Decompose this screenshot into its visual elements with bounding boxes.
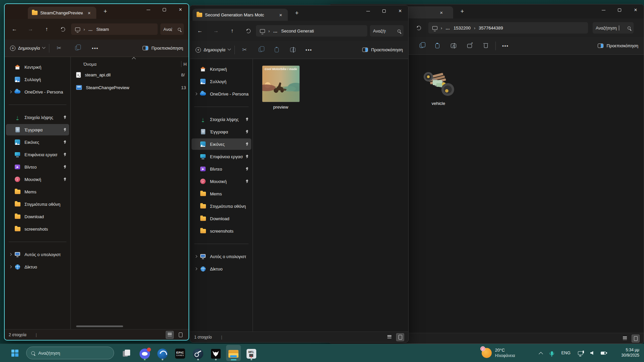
column-date[interactable]: Η <box>181 61 189 67</box>
breadcrumb-segment[interactable]: 1532200 <box>453 25 471 31</box>
copy-button[interactable] <box>255 44 266 56</box>
network-icon[interactable] <box>578 351 583 355</box>
sidebar-item-στιγμιότυπα-οθόνη[interactable]: Στιγμιότυπα οθόνη <box>192 200 251 212</box>
details-view-toggle[interactable] <box>166 331 174 339</box>
sidebar-item-δίκτυο[interactable]: Δίκτυο <box>192 263 251 275</box>
sidebar-item-download[interactable]: Download <box>192 213 251 224</box>
paste-button[interactable] <box>432 40 443 52</box>
taskbar-app-stacked-windows[interactable] <box>119 345 134 361</box>
details-view-toggle[interactable] <box>385 333 393 341</box>
cut-button[interactable]: ✂ <box>53 43 65 54</box>
sidebar-item-συλλογή[interactable]: Συλλογή <box>192 76 251 87</box>
maximize-button[interactable] <box>376 5 392 17</box>
sidebar-item-στοιχεία-λήψης[interactable]: ↓Στοιχεία λήψης <box>6 112 69 123</box>
sidebar-item-εικόνες[interactable]: Εικόνες <box>6 136 69 148</box>
address-bar[interactable]: › … Second Generati <box>256 25 367 37</box>
expand-chevron-icon[interactable] <box>9 266 14 268</box>
sidebar-item-βίντεο[interactable]: ▶Βίντεο <box>192 163 251 175</box>
more-options-button[interactable]: ••• <box>303 44 315 56</box>
sidebar-item-έγγραφα[interactable]: Έγγραφα <box>192 126 251 137</box>
file-item-preview[interactable]: Cool Motorbike I made preview <box>260 66 302 110</box>
thumbnail-view-toggle[interactable] <box>632 335 640 343</box>
details-view-toggle[interactable] <box>621 335 629 343</box>
breadcrumb-segment[interactable]: 3577644389 <box>479 25 503 31</box>
sidebar-item-αυτός-ο-υπολογιστ[interactable]: Αυτός ο υπολογιστ <box>6 249 69 260</box>
sidebar-item-μουσική[interactable]: ♪Μουσική <box>6 174 69 185</box>
expand-chevron-icon[interactable] <box>195 268 200 270</box>
battery-icon[interactable] <box>601 352 606 355</box>
share-button[interactable] <box>464 40 475 52</box>
preview-toggle[interactable]: Προεπισκόπηση <box>143 46 183 51</box>
search-input[interactable]: Αναζήτηση <box>160 23 184 35</box>
sidebar-item-στοιχεία-λήψης[interactable]: ↓Στοιχεία λήψης <box>192 114 251 125</box>
minimize-button[interactable] <box>595 4 611 16</box>
expand-chevron-icon[interactable] <box>195 255 200 257</box>
hidden-icons-chevron[interactable] <box>539 352 543 356</box>
breadcrumb-ellipsis[interactable]: … <box>273 28 278 34</box>
thumbnail-view-toggle[interactable] <box>396 333 404 341</box>
sidebar-item-onedrive-persona[interactable]: OneDrive - Persona <box>192 88 251 100</box>
refresh-button[interactable] <box>414 23 424 33</box>
sidebar-item-screenshots[interactable]: screenshots <box>192 225 251 237</box>
preview-toggle[interactable]: Προεπισκόπηση <box>598 43 638 48</box>
rename-button[interactable]: A <box>448 40 459 52</box>
sidebar-item-εικόνες[interactable]: Εικόνες <box>192 138 251 150</box>
taskbar-search-input[interactable]: Αναζήτηση <box>26 347 114 359</box>
delete-button[interactable] <box>480 40 491 52</box>
minimize-button[interactable] <box>360 5 376 17</box>
preview-toggle[interactable]: Προεπισκόπηση <box>362 47 403 52</box>
minimize-button[interactable] <box>140 4 156 15</box>
tab-close-icon[interactable]: × <box>438 9 445 16</box>
tab-close-icon[interactable]: × <box>86 9 93 16</box>
language-indicator[interactable]: ENG <box>561 351 571 355</box>
refresh-button[interactable] <box>243 26 253 36</box>
back-button[interactable]: ← <box>195 26 205 36</box>
copy-button[interactable] <box>71 43 83 54</box>
forward-button[interactable]: → <box>211 26 221 36</box>
new-item-button[interactable]: + Δημιουργία <box>196 47 230 53</box>
tab-close-icon[interactable]: × <box>277 11 284 18</box>
up-button[interactable]: ↑ <box>227 26 237 36</box>
column-headers[interactable]: Όνομα Η <box>71 60 189 68</box>
sidebar-item-συλλογή[interactable]: Συλλογή <box>6 74 69 85</box>
address-bar[interactable]: › … 1532200 › 3577644389 <box>428 22 588 34</box>
weather-widget[interactable]: 2 20°C Ηλιοφάνεια <box>482 348 515 358</box>
sidebar-item-κεντρική[interactable]: Κεντρική <box>6 61 69 73</box>
breadcrumb-ellipsis[interactable]: … <box>88 27 93 32</box>
taskbar-app-discord[interactable] <box>137 345 152 361</box>
sidebar-item-onedrive-persona[interactable]: OneDrive - Persona <box>6 86 69 98</box>
sidebar-item-mems[interactable]: Mems <box>6 186 69 197</box>
back-button[interactable]: ← <box>9 24 19 34</box>
sidebar-item-κεντρική[interactable]: Κεντρική <box>192 63 251 75</box>
new-tab-button[interactable]: + <box>457 7 467 16</box>
close-button[interactable]: × <box>172 4 189 15</box>
breadcrumb-segment[interactable]: Second Generati <box>281 28 314 34</box>
taskbar-app-steam[interactable] <box>191 345 205 361</box>
taskbar-app-file-explorer[interactable] <box>226 345 241 361</box>
microphone-icon[interactable] <box>551 351 553 355</box>
thumbnail-view-toggle[interactable] <box>176 331 184 339</box>
file-item-vehicle[interactable]: vehicle <box>421 65 456 106</box>
sidebar-item-mems[interactable]: Mems <box>192 188 251 199</box>
sidebar-item-βίντεο[interactable]: ▶Βίντεο <box>6 161 69 173</box>
rename-button[interactable]: A <box>287 44 299 56</box>
sidebar-item-επιφάνεια-εργασ[interactable]: Επιφάνεια εργασ <box>192 151 251 162</box>
taskbar-clock[interactable]: 5:34 μμ 30/9/2025 <box>622 348 639 358</box>
forward-button[interactable]: → <box>25 24 36 34</box>
horizontal-scrollbar[interactable] <box>76 325 123 327</box>
sidebar-item-στιγμιότυπα-οθόνη[interactable]: Στιγμιότυπα οθόνη <box>6 198 69 210</box>
sidebar-item-δίκτυο[interactable]: Δίκτυο <box>6 261 69 273</box>
close-button[interactable]: × <box>628 4 644 16</box>
up-button[interactable]: ↑ <box>42 24 52 34</box>
file-row-steam-api-dll[interactable]: steam_api.dll8/ <box>71 68 189 81</box>
cut-button[interactable]: ✂ <box>239 44 250 56</box>
taskbar-app-blue-app[interactable] <box>155 345 170 361</box>
refresh-button[interactable] <box>58 24 68 34</box>
maximize-button[interactable] <box>156 4 172 15</box>
address-bar[interactable]: › … Steam <box>71 23 158 35</box>
maximize-button[interactable] <box>611 4 628 16</box>
sidebar-item-αυτός-ο-υπολογιστ[interactable]: Αυτός ο υπολογιστ <box>192 251 251 262</box>
file-row-steamchangepreview[interactable]: SteamChangePreview13 <box>71 81 189 94</box>
sidebar-item-screenshots[interactable]: screenshots <box>6 223 69 235</box>
sidebar-item-μουσική[interactable]: ♪Μουσική <box>192 176 251 187</box>
